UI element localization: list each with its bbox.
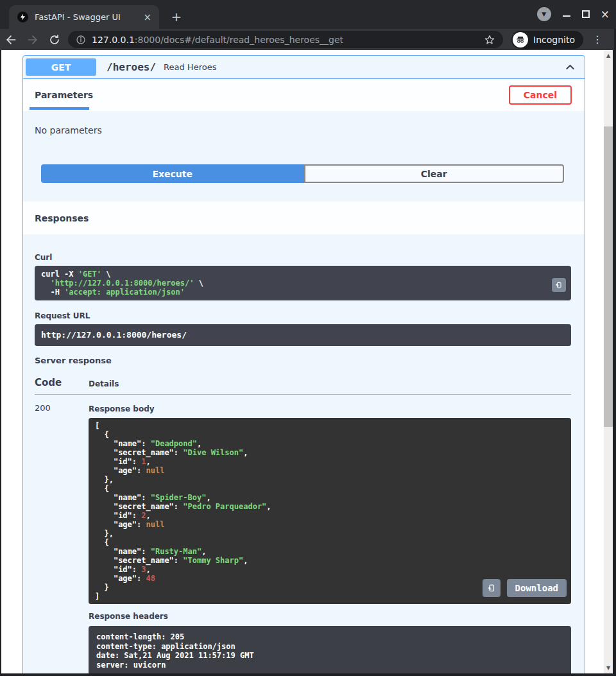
browser-toolbar: 127.0.0.1:8000/docs#/default/read_heroes… [0, 29, 614, 50]
http-method-badge: GET [26, 58, 96, 76]
execute-row: Execute Clear [41, 164, 564, 183]
response-body-controls: Download [483, 579, 567, 597]
parameters-body: No parameters [23, 111, 585, 135]
response-headers-label: Response headers [89, 612, 571, 621]
new-tab-button[interactable]: + [168, 8, 185, 25]
page-info-icon[interactable] [76, 35, 86, 45]
curl-command-block: curl -X 'GET' \ 'http://127.0.0.1:8000/h… [35, 266, 571, 300]
responses-header: Responses [23, 202, 585, 234]
request-url-value: http://127.0.0.1:8000/heroes/ [41, 330, 565, 340]
page-content: GET /heroes/ Read Heroes Parameters Canc… [1, 50, 613, 673]
details-column-header: Details [89, 379, 119, 388]
address-bar[interactable]: 127.0.0.1:8000/docs#/default/read_heroes… [68, 31, 503, 48]
no-parameters-text: No parameters [35, 125, 102, 135]
request-url-block: http://127.0.0.1:8000/heroes/ [35, 324, 571, 346]
scrollbar-thumb[interactable] [604, 126, 613, 427]
page-scrollbar[interactable]: ▲ ▼ [604, 50, 613, 673]
minimize-button[interactable] [562, 10, 571, 19]
incognito-label: Incognito [533, 35, 575, 45]
clear-button[interactable]: Clear [304, 164, 564, 183]
response-table-head: Code Details [35, 377, 571, 395]
curl-copy-button[interactable] [552, 278, 566, 292]
server-response-label: Server response [35, 356, 571, 365]
url-host: 127.0.0.1 [92, 35, 135, 45]
response-headers-block: content-length: 205content-type: applica… [89, 626, 571, 673]
collapse-chevron-icon[interactable] [565, 62, 576, 73]
scroll-up-icon[interactable]: ▲ [604, 53, 613, 58]
browser-tab[interactable]: FastAPI - Swagger UI × [9, 5, 159, 29]
incognito-badge: Incognito [511, 31, 583, 49]
fastapi-favicon-icon [17, 12, 28, 22]
scroll-down-icon[interactable]: ▼ [604, 665, 613, 671]
status-code: 200 [35, 403, 89, 673]
endpoint-path: /heroes/ [107, 61, 156, 73]
browser-menu-icon[interactable]: ⋮ [590, 33, 605, 46]
response-copy-button[interactable] [483, 579, 501, 597]
curl-label: Curl [35, 253, 571, 262]
swagger-page: GET /heroes/ Read Heroes Parameters Canc… [1, 50, 604, 673]
tab-parameters[interactable]: Parameters [35, 90, 93, 100]
forward-button[interactable] [22, 33, 44, 46]
tab-close-icon[interactable]: × [143, 12, 151, 23]
response-body-label: Response body [89, 404, 571, 413]
execute-button[interactable]: Execute [41, 164, 304, 183]
incognito-icon [513, 32, 528, 48]
cancel-button[interactable]: Cancel [509, 85, 572, 105]
url-path: :8000/docs#/default/read_heroes_heroes__… [135, 35, 343, 45]
maximize-button[interactable] [582, 10, 590, 18]
server-response-table: Code Details 200 Response body [ { "name… [35, 377, 571, 673]
tab-title: FastAPI - Swagger UI [35, 12, 139, 22]
window-controls: ▼ × [537, 6, 610, 22]
active-tab-indicator [30, 107, 89, 110]
window-menu-icon[interactable]: ▼ [537, 7, 551, 21]
response-details-cell: Response body [ { "name": "Deadpond", "s… [89, 403, 571, 673]
download-button[interactable]: Download [507, 579, 567, 597]
window-close-button[interactable]: × [601, 9, 610, 20]
url-text: 127.0.0.1:8000/docs#/default/read_heroes… [92, 35, 484, 45]
back-button[interactable] [0, 33, 22, 46]
reload-button[interactable] [44, 34, 65, 46]
bookmark-star-icon[interactable] [484, 34, 495, 46]
opblock-get-heroes: GET /heroes/ Read Heroes Parameters Canc… [22, 55, 585, 673]
parameters-header: Parameters Cancel [23, 79, 585, 111]
opblock-summary[interactable]: GET /heroes/ Read Heroes [23, 56, 585, 79]
response-row-200: 200 Response body [ { "name": "Deadpond"… [35, 395, 571, 673]
responses-body: Curl curl -X 'GET' \ 'http://127.0.0.1:8… [23, 253, 585, 673]
endpoint-summary: Read Heroes [164, 62, 216, 72]
responses-title: Responses [35, 213, 89, 223]
spacer [23, 183, 585, 202]
browser-window: FastAPI - Swagger UI × + ▼ × 127.0.0.1:8… [0, 0, 616, 676]
response-body-json: [ { "name": "Deadpond", "secret_name": "… [95, 421, 565, 601]
browser-titlebar: FastAPI - Swagger UI × + ▼ × [0, 0, 616, 29]
request-url-label: Request URL [35, 311, 571, 320]
code-column-header: Code [35, 377, 89, 388]
response-body-block: [ { "name": "Deadpond", "secret_name": "… [89, 418, 571, 604]
